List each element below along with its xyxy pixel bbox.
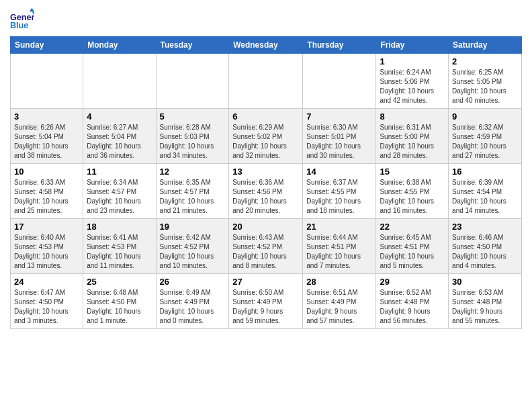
calendar-cell: 23Sunrise: 6:46 AM Sunset: 4:50 PM Dayli… — [449, 219, 522, 274]
calendar-cell: 30Sunrise: 6:53 AM Sunset: 4:48 PM Dayli… — [449, 274, 522, 329]
day-info: Sunrise: 6:25 AM Sunset: 5:05 PM Dayligh… — [452, 68, 518, 105]
calendar-cell: 1Sunrise: 6:24 AM Sunset: 5:06 PM Daylig… — [376, 54, 449, 109]
calendar-table: SundayMondayTuesdayWednesdayThursdayFrid… — [10, 36, 522, 329]
weekday-header: Saturday — [449, 37, 522, 54]
calendar-cell: 26Sunrise: 6:49 AM Sunset: 4:49 PM Dayli… — [156, 274, 229, 329]
day-info: Sunrise: 6:49 AM Sunset: 4:49 PM Dayligh… — [160, 288, 226, 326]
calendar-cell: 13Sunrise: 6:36 AM Sunset: 4:56 PM Dayli… — [229, 164, 303, 219]
calendar-cell: 22Sunrise: 6:45 AM Sunset: 4:51 PM Dayli… — [376, 219, 449, 274]
day-number: 17 — [14, 222, 79, 232]
day-info: Sunrise: 6:35 AM Sunset: 4:57 PM Dayligh… — [160, 178, 226, 216]
day-info: Sunrise: 6:24 AM Sunset: 5:06 PM Dayligh… — [380, 68, 445, 105]
day-number: 14 — [306, 167, 372, 177]
day-number: 16 — [452, 167, 518, 177]
day-number: 27 — [232, 277, 299, 287]
day-number: 15 — [380, 167, 445, 177]
day-info: Sunrise: 6:30 AM Sunset: 5:01 PM Dayligh… — [306, 123, 372, 161]
day-info: Sunrise: 6:53 AM Sunset: 4:48 PM Dayligh… — [452, 288, 518, 326]
day-number: 22 — [380, 222, 445, 232]
calendar-cell: 11Sunrise: 6:34 AM Sunset: 4:57 PM Dayli… — [83, 164, 156, 219]
day-info: Sunrise: 6:40 AM Sunset: 4:53 PM Dayligh… — [14, 233, 79, 271]
day-number: 7 — [306, 111, 372, 122]
day-number: 26 — [160, 277, 226, 287]
day-number: 4 — [87, 111, 152, 122]
svg-text:Blue: Blue — [10, 21, 28, 30]
day-number: 10 — [14, 167, 79, 177]
day-number: 12 — [160, 167, 226, 177]
calendar-cell — [11, 54, 83, 109]
day-info: Sunrise: 6:28 AM Sunset: 5:03 PM Dayligh… — [160, 123, 226, 161]
day-number: 30 — [452, 277, 518, 287]
weekday-header: Friday — [376, 37, 449, 54]
day-info: Sunrise: 6:43 AM Sunset: 4:52 PM Dayligh… — [232, 233, 299, 271]
calendar-cell — [156, 54, 229, 109]
day-number: 21 — [306, 222, 372, 232]
day-number: 9 — [452, 111, 518, 122]
calendar-week-row: 10Sunrise: 6:33 AM Sunset: 4:58 PM Dayli… — [11, 164, 522, 219]
calendar-cell: 29Sunrise: 6:52 AM Sunset: 4:48 PM Dayli… — [376, 274, 449, 329]
day-info: Sunrise: 6:51 AM Sunset: 4:49 PM Dayligh… — [306, 288, 372, 326]
calendar-cell: 20Sunrise: 6:43 AM Sunset: 4:52 PM Dayli… — [229, 219, 303, 274]
calendar-week-row: 3Sunrise: 6:26 AM Sunset: 5:04 PM Daylig… — [11, 109, 522, 164]
calendar-cell: 4Sunrise: 6:27 AM Sunset: 5:04 PM Daylig… — [83, 109, 156, 164]
calendar-cell: 17Sunrise: 6:40 AM Sunset: 4:53 PM Dayli… — [11, 219, 83, 274]
day-info: Sunrise: 6:46 AM Sunset: 4:50 PM Dayligh… — [452, 233, 518, 271]
day-info: Sunrise: 6:39 AM Sunset: 4:54 PM Dayligh… — [452, 178, 518, 216]
day-number: 13 — [232, 167, 299, 177]
day-info: Sunrise: 6:48 AM Sunset: 4:50 PM Dayligh… — [87, 288, 152, 326]
calendar-cell: 21Sunrise: 6:44 AM Sunset: 4:51 PM Dayli… — [303, 219, 376, 274]
svg-marker-2 — [30, 8, 34, 11]
weekday-header: Tuesday — [156, 37, 229, 54]
calendar-cell: 5Sunrise: 6:28 AM Sunset: 5:03 PM Daylig… — [156, 109, 229, 164]
calendar-cell: 9Sunrise: 6:32 AM Sunset: 4:59 PM Daylig… — [449, 109, 522, 164]
day-number: 11 — [87, 167, 152, 177]
day-number: 20 — [232, 222, 299, 232]
calendar-cell: 2Sunrise: 6:25 AM Sunset: 5:05 PM Daylig… — [449, 54, 522, 109]
weekday-header: Thursday — [303, 37, 376, 54]
calendar-cell: 25Sunrise: 6:48 AM Sunset: 4:50 PM Dayli… — [83, 274, 156, 329]
day-info: Sunrise: 6:27 AM Sunset: 5:04 PM Dayligh… — [87, 123, 152, 161]
day-info: Sunrise: 6:44 AM Sunset: 4:51 PM Dayligh… — [306, 233, 372, 271]
day-number: 19 — [160, 222, 226, 232]
calendar-cell: 12Sunrise: 6:35 AM Sunset: 4:57 PM Dayli… — [156, 164, 229, 219]
calendar-cell — [229, 54, 303, 109]
calendar-cell: 24Sunrise: 6:47 AM Sunset: 4:50 PM Dayli… — [11, 274, 83, 329]
calendar-week-row: 17Sunrise: 6:40 AM Sunset: 4:53 PM Dayli… — [11, 219, 522, 274]
day-info: Sunrise: 6:26 AM Sunset: 5:04 PM Dayligh… — [14, 123, 79, 161]
calendar-cell: 6Sunrise: 6:29 AM Sunset: 5:02 PM Daylig… — [229, 109, 303, 164]
day-info: Sunrise: 6:45 AM Sunset: 4:51 PM Dayligh… — [380, 233, 445, 271]
weekday-header: Wednesday — [229, 37, 303, 54]
day-info: Sunrise: 6:41 AM Sunset: 4:53 PM Dayligh… — [87, 233, 152, 271]
calendar-week-row: 1Sunrise: 6:24 AM Sunset: 5:06 PM Daylig… — [11, 54, 522, 109]
calendar-cell: 14Sunrise: 6:37 AM Sunset: 4:55 PM Dayli… — [303, 164, 376, 219]
day-number: 8 — [380, 111, 445, 122]
day-number: 3 — [14, 111, 79, 122]
day-info: Sunrise: 6:31 AM Sunset: 5:00 PM Dayligh… — [380, 123, 445, 161]
day-info: Sunrise: 6:34 AM Sunset: 4:57 PM Dayligh… — [87, 178, 152, 216]
day-info: Sunrise: 6:50 AM Sunset: 4:49 PM Dayligh… — [232, 288, 299, 326]
day-info: Sunrise: 6:42 AM Sunset: 4:52 PM Dayligh… — [160, 233, 226, 271]
calendar-cell: 18Sunrise: 6:41 AM Sunset: 4:53 PM Dayli… — [83, 219, 156, 274]
calendar-cell: 7Sunrise: 6:30 AM Sunset: 5:01 PM Daylig… — [303, 109, 376, 164]
calendar-cell: 3Sunrise: 6:26 AM Sunset: 5:04 PM Daylig… — [11, 109, 83, 164]
weekday-header: Sunday — [11, 37, 83, 54]
day-info: Sunrise: 6:32 AM Sunset: 4:59 PM Dayligh… — [452, 123, 518, 161]
calendar-cell: 27Sunrise: 6:50 AM Sunset: 4:49 PM Dayli… — [229, 274, 303, 329]
calendar-cell — [303, 54, 376, 109]
page-container: General Blue SundayMondayTuesdayWednesda… — [0, 0, 532, 336]
day-number: 28 — [306, 277, 372, 287]
day-number: 1 — [380, 56, 445, 66]
calendar-cell: 15Sunrise: 6:38 AM Sunset: 4:55 PM Dayli… — [376, 164, 449, 219]
day-info: Sunrise: 6:52 AM Sunset: 4:48 PM Dayligh… — [380, 288, 445, 326]
day-number: 18 — [87, 222, 152, 232]
calendar-cell — [83, 54, 156, 109]
calendar-cell: 19Sunrise: 6:42 AM Sunset: 4:52 PM Dayli… — [156, 219, 229, 274]
day-info: Sunrise: 6:38 AM Sunset: 4:55 PM Dayligh… — [380, 178, 445, 216]
calendar-cell: 28Sunrise: 6:51 AM Sunset: 4:49 PM Dayli… — [303, 274, 376, 329]
day-info: Sunrise: 6:29 AM Sunset: 5:02 PM Dayligh… — [232, 123, 299, 161]
logo-icon: General Blue — [10, 7, 34, 31]
calendar-week-row: 24Sunrise: 6:47 AM Sunset: 4:50 PM Dayli… — [11, 274, 522, 329]
day-number: 2 — [452, 56, 518, 66]
header: General Blue — [10, 7, 522, 31]
calendar-cell: 10Sunrise: 6:33 AM Sunset: 4:58 PM Dayli… — [11, 164, 83, 219]
